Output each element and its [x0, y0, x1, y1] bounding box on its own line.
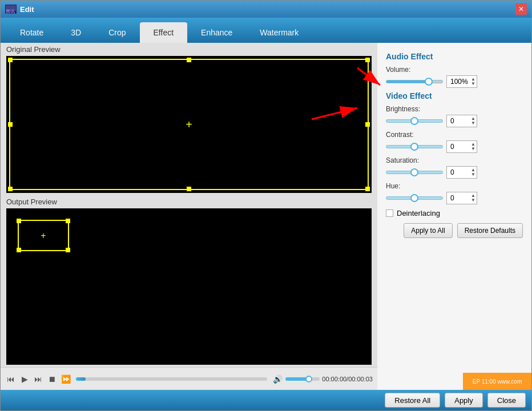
- svg-text:腾讯: 腾讯: [6, 9, 15, 14]
- apply-button[interactable]: Apply: [445, 393, 483, 408]
- skip-back-button[interactable]: ⏮: [5, 373, 17, 385]
- volume-control: Volume: 100% ▲ ▼: [386, 66, 523, 88]
- brightness-control: Brightness: 0 ▲ ▼: [386, 105, 523, 127]
- hue-down-arrow[interactable]: ▼: [471, 198, 475, 203]
- saturation-track[interactable]: [386, 171, 443, 174]
- volume-track[interactable]: [386, 80, 443, 83]
- play-button[interactable]: ▶: [19, 373, 30, 385]
- crop-handle-lc[interactable]: [8, 122, 13, 127]
- crop-box-original[interactable]: +: [9, 59, 369, 190]
- saturation-spinbox-arrows[interactable]: ▲ ▼: [471, 167, 475, 178]
- volume-slider-row: 100% ▲ ▼: [386, 75, 523, 88]
- original-preview: +: [6, 56, 372, 193]
- tab-watermark[interactable]: Watermark: [246, 22, 312, 43]
- time-display: 00:00:00/00:00:03: [322, 376, 373, 382]
- volume-label: Volume:: [386, 66, 523, 74]
- apply-to-all-button[interactable]: Apply to All: [404, 223, 452, 238]
- output-preview-label: Output Preview: [1, 195, 377, 208]
- brightness-slider-row: 0 ▲ ▼: [386, 115, 523, 127]
- tab-3d[interactable]: 3D: [57, 22, 95, 43]
- right-panel: Audio Effect Volume: 100% ▲ ▼: [377, 43, 531, 390]
- volume-value: 100%: [450, 78, 468, 86]
- stop-button[interactable]: ⏹: [46, 373, 58, 385]
- crosshair-output: +: [41, 231, 46, 241]
- audio-section-title: Audio Effect: [386, 52, 523, 61]
- hue-slider-row: 0 ▲ ▼: [386, 192, 523, 204]
- brightness-spinbox-arrows[interactable]: ▲ ▼: [471, 115, 475, 127]
- saturation-label: Saturation:: [386, 156, 523, 164]
- hue-control: Hue: 0 ▲ ▼: [386, 182, 523, 204]
- out-handle-tl[interactable]: [17, 219, 21, 223]
- hue-track[interactable]: [386, 196, 443, 200]
- contrast-spinbox[interactable]: 0 ▲ ▼: [446, 140, 477, 153]
- volume-slider-thumb[interactable]: [425, 78, 433, 86]
- crop-handle-rc[interactable]: [365, 122, 370, 127]
- deinterlacing-checkbox[interactable]: [386, 209, 393, 217]
- progress-track[interactable]: [76, 377, 267, 381]
- contrast-control: Contrast: 0 ▲ ▼: [386, 131, 523, 153]
- volume-slider[interactable]: [285, 377, 320, 381]
- edit-window: 腾讯 Edit ✕ Rotate 3D Crop Effect Enhance …: [0, 0, 532, 411]
- hue-label: Hue:: [386, 182, 523, 190]
- saturation-down-arrow[interactable]: ▼: [471, 172, 475, 177]
- crop-handle-bc[interactable]: [187, 187, 191, 191]
- brightness-thumb[interactable]: [410, 117, 418, 125]
- out-handle-bl[interactable]: [17, 248, 21, 252]
- crop-handle-tl[interactable]: [8, 58, 13, 62]
- volume-spinbox[interactable]: 100% ▲ ▼: [446, 75, 477, 88]
- titlebar: 腾讯 Edit ✕: [1, 1, 531, 18]
- tabbar: Rotate 3D Crop Effect Enhance Watermark: [1, 18, 531, 43]
- saturation-control: Saturation: 0 ▲ ▼: [386, 156, 523, 179]
- controls-bar: ⏮ ▶ ⏭ ⏹ ⏩ 🔊 00:00:00/00:00:03: [1, 367, 377, 390]
- saturation-slider-row: 0 ▲ ▼: [386, 166, 523, 179]
- saturation-value: 0: [450, 168, 454, 176]
- crop-handle-tr[interactable]: [365, 58, 370, 62]
- restore-defaults-button[interactable]: Restore Defaults: [457, 223, 523, 238]
- volume-down-arrow[interactable]: ▼: [471, 82, 475, 86]
- tab-crop[interactable]: Crop: [95, 22, 139, 43]
- close-window-button[interactable]: ✕: [515, 3, 527, 15]
- bottom-bar: Restore All Apply Close: [1, 390, 531, 410]
- main-content: Original Preview +: [1, 43, 531, 390]
- contrast-track[interactable]: [386, 145, 443, 148]
- volume-spinbox-arrows[interactable]: ▲ ▼: [471, 76, 475, 87]
- apply-row: Apply to All Restore Defaults: [386, 223, 523, 238]
- window-title: Edit: [20, 5, 515, 14]
- tab-enhance[interactable]: Enhance: [187, 22, 246, 43]
- out-handle-tr[interactable]: [66, 219, 70, 223]
- watermark-overlay: EP 11:00 www.com: [463, 373, 531, 390]
- output-preview: +: [6, 208, 372, 365]
- next-frame-button[interactable]: ⏩: [60, 373, 71, 385]
- contrast-down-arrow[interactable]: ▼: [471, 147, 475, 151]
- video-section-title: Video Effect: [386, 91, 523, 100]
- hue-spinbox-arrows[interactable]: ▲ ▼: [471, 192, 475, 204]
- mute-button[interactable]: 🔊: [272, 373, 283, 385]
- contrast-thumb[interactable]: [410, 143, 418, 151]
- hue-thumb[interactable]: [410, 194, 418, 202]
- tab-effect[interactable]: Effect: [140, 22, 188, 43]
- brightness-label: Brightness:: [386, 105, 523, 113]
- close-button[interactable]: Close: [487, 393, 526, 408]
- hue-spinbox[interactable]: 0 ▲ ▼: [446, 192, 477, 204]
- brightness-value: 0: [450, 117, 454, 125]
- brightness-down-arrow[interactable]: ▼: [471, 121, 475, 126]
- brightness-track[interactable]: [386, 119, 443, 123]
- contrast-slider-row: 0 ▲ ▼: [386, 140, 523, 153]
- crop-handle-br[interactable]: [365, 187, 370, 191]
- crop-handle-tc[interactable]: [187, 58, 191, 62]
- progress-fill: [76, 377, 86, 381]
- saturation-thumb[interactable]: [410, 168, 418, 176]
- volume-thumb: [305, 376, 312, 382]
- contrast-spinbox-arrows[interactable]: ▲ ▼: [471, 141, 475, 152]
- saturation-spinbox[interactable]: 0 ▲ ▼: [446, 166, 477, 179]
- brightness-spinbox[interactable]: 0 ▲ ▼: [446, 115, 477, 127]
- tab-rotate[interactable]: Rotate: [6, 22, 57, 43]
- window-icon: 腾讯: [5, 5, 17, 14]
- contrast-value: 0: [450, 143, 454, 151]
- out-handle-br[interactable]: [66, 248, 70, 252]
- restore-all-button[interactable]: Restore All: [385, 393, 440, 408]
- crop-box-output[interactable]: +: [18, 220, 69, 251]
- crop-handle-bl[interactable]: [8, 187, 13, 191]
- original-preview-label: Original Preview: [1, 43, 377, 56]
- skip-fwd-button[interactable]: ⏭: [33, 373, 44, 385]
